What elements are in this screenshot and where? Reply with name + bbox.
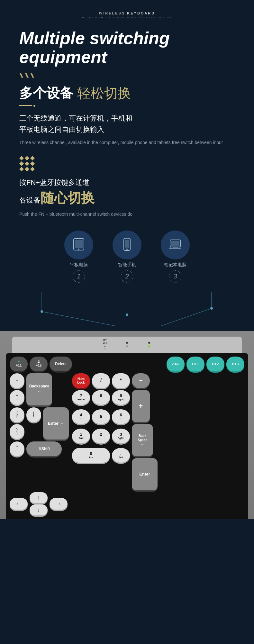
divider-main — [19, 105, 32, 106]
key-arrow-right[interactable]: → — [50, 498, 68, 510]
keyboard-body: 🖥 F11 💾 F12 Delete 2.4G BT1 — [6, 353, 248, 519]
device-number-1: 1 — [73, 270, 85, 283]
key-backspace[interactable]: Backspace← — [26, 373, 52, 405]
deco-dot-2 — [25, 73, 29, 78]
key-minus[interactable]: − — [10, 373, 24, 388]
page-wrapper: WIRELESS KEYBOARD BLUETOOTH 2.4 G DUAL-M… — [0, 0, 254, 519]
led-a: A — [126, 342, 128, 348]
svg-rect-9 — [173, 247, 178, 248]
second-heading-cn: 按FN+蓝牙按键多通道 各设备随心切换 — [19, 177, 235, 208]
key-7[interactable]: 7Home — [72, 390, 90, 405]
laptop-icon — [168, 237, 182, 253]
key-5[interactable]: 5 — [92, 409, 110, 424]
svg-rect-7 — [171, 241, 179, 246]
phone-icon — [120, 237, 134, 253]
svg-point-5 — [126, 249, 128, 250]
numpad-main: 7Home 8↑ 9PgUp 4← 5 6→ 1End 2↓ 3PgDn — [72, 390, 158, 490]
key-pipe[interactable]: |\ — [26, 407, 41, 422]
device-number-2: 2 — [121, 270, 133, 283]
key-open-bracket[interactable]: {[ — [10, 407, 24, 422]
key-quote[interactable]: "' — [10, 441, 24, 456]
key-arrow-up[interactable]: ↑ — [30, 492, 48, 503]
key-f11[interactable]: 🖥 F11 — [10, 357, 28, 371]
second-heading-en: Push the FN + bluetooth multi-channel sw… — [19, 211, 235, 218]
row-quotes: "' ⇧Shift — [10, 441, 69, 456]
key-shift[interactable]: ⇧Shift — [26, 441, 62, 456]
second-section: 按FN+蓝牙按键多通道 各设备随心切换 Push the FN + blueto… — [0, 177, 254, 218]
header-section: WIRELESS KEYBOARD BLUETOOTH 2.4 G DUAL-M… — [0, 0, 254, 19]
deco-dots — [0, 73, 254, 78]
diamond-icon — [0, 156, 254, 171]
row-brackets: {[ }] |\ Enter ← — [10, 407, 69, 440]
deco-dot-1 — [19, 73, 23, 78]
key-dot[interactable]: .Del — [112, 448, 130, 463]
numpad-grid: 7Home 8↑ 9PgUp 4← 5 6→ 1End 2↓ 3PgDn — [72, 390, 130, 490]
led-bt: BT2.4●1 — [103, 339, 107, 351]
wireless-title: WIRELESS KEYBOARD — [19, 11, 235, 15]
key-2[interactable]: 2↓ — [92, 429, 110, 443]
divider — [0, 105, 254, 107]
main-heading: Multiple switching equipment — [0, 29, 254, 67]
key-3[interactable]: 3PgDn — [112, 429, 130, 443]
keyboard-container: BT2.4●1 A 🔋 🖥 F11 — [0, 331, 254, 519]
key-9[interactable]: 9PgUp — [112, 390, 130, 405]
svg-point-12 — [41, 310, 43, 313]
diamond-cell — [19, 167, 24, 171]
numpad-row-top: NumLock / * − — [72, 373, 158, 388]
key-8[interactable]: 8↑ — [92, 390, 110, 405]
chinese-heading-light: 轻松切换 — [77, 86, 131, 101]
svg-rect-4 — [125, 240, 129, 248]
chinese-heading-bold: 多个设备 — [19, 86, 73, 101]
key-enter-num[interactable]: Enter — [132, 458, 158, 490]
key-6[interactable]: 6→ — [112, 409, 130, 424]
brand-bold: KEYBOARD — [127, 11, 155, 15]
key-close-bracket[interactable]: }] — [10, 424, 24, 439]
row-minus: − += Backspace← — [10, 373, 69, 405]
diamond-cell — [19, 161, 24, 166]
device-number-3: 3 — [169, 270, 181, 283]
nav-row: ← ↑ ↓ → — [10, 492, 244, 515]
key-enter[interactable]: Enter ← — [43, 407, 69, 440]
diamond-cell — [25, 156, 29, 160]
tablet-icon — [72, 237, 86, 253]
divider-dot — [33, 105, 35, 107]
diamond-cell — [25, 161, 29, 166]
device-name-phone: 智能手机 — [118, 262, 136, 268]
key-plus-equal[interactable]: += — [10, 390, 24, 405]
chinese-heading: 多个设备 轻松切换 — [0, 84, 254, 102]
key-arrow-down[interactable]: ↓ — [30, 504, 48, 515]
main-keyboard-area: − += Backspace← {[ — [10, 373, 244, 490]
device-circle-phone — [113, 231, 141, 259]
key-slash[interactable]: / — [92, 373, 110, 388]
key-bt2[interactable]: BT2 — [206, 357, 224, 371]
key-asterisk[interactable]: * — [112, 373, 130, 388]
key-bt3[interactable]: BT3 — [226, 357, 244, 371]
numpad-right-col: + BackSpace← Enter — [132, 390, 158, 490]
key-4[interactable]: 4← — [72, 409, 90, 424]
key-0[interactable]: 0Ins — [72, 448, 110, 463]
key-backspace-large[interactable]: BackSpace← — [132, 424, 153, 456]
device-item-phone: 智能手机 2 — [113, 231, 141, 283]
key-numlock[interactable]: NumLock — [72, 373, 90, 388]
svg-rect-1 — [75, 240, 83, 248]
device-name-tablet: 平板电脑 — [70, 262, 88, 268]
left-keys: − += Backspace← {[ — [10, 373, 69, 490]
key-2.4g[interactable]: 2.4G — [167, 357, 185, 371]
desc-english: Three wireless channel, available in the… — [0, 139, 254, 146]
key-minus-num[interactable]: − — [132, 373, 150, 388]
key-delete[interactable]: Delete — [50, 357, 72, 371]
key-row-1: 🖥 F11 💾 F12 Delete 2.4G BT1 — [10, 357, 244, 371]
numpad: NumLock / * − 7Home 8↑ 9PgUp — [72, 373, 158, 490]
diamond-cell — [30, 167, 35, 171]
key-arrow-left[interactable]: ← — [10, 498, 28, 510]
svg-point-18 — [210, 307, 213, 310]
deco-dot-3 — [30, 73, 34, 78]
diamond-cell — [25, 167, 29, 171]
diamond-cell — [19, 156, 24, 160]
key-plus-num[interactable]: + — [132, 390, 150, 422]
key-f12[interactable]: 💾 F12 — [30, 357, 48, 371]
key-bt1[interactable]: BT1 — [186, 357, 204, 371]
svg-line-11 — [42, 312, 116, 326]
device-item-laptop: 笔记本电脑 3 — [161, 231, 190, 283]
key-1[interactable]: 1End — [72, 429, 90, 443]
